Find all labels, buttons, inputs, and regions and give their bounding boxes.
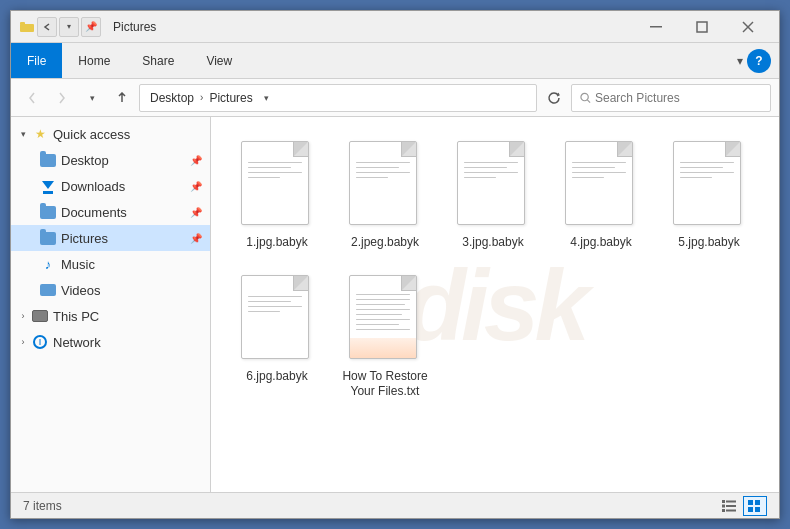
pictures-pin-icon: 📌	[190, 233, 202, 244]
file-icon-4	[565, 141, 637, 229]
quick-toolbar-dropdown[interactable]: ▾	[59, 17, 79, 37]
svg-rect-10	[722, 509, 725, 512]
minimize-button[interactable]	[633, 11, 679, 43]
svg-line-7	[587, 99, 590, 102]
sidebar-item-pictures[interactable]: Pictures 📌	[11, 225, 210, 251]
svg-rect-12	[726, 505, 736, 507]
svg-rect-15	[755, 500, 760, 505]
path-segment-pictures[interactable]: Pictures	[207, 90, 254, 106]
downloads-icon	[39, 178, 57, 194]
view-buttons[interactable]	[717, 496, 767, 516]
search-box[interactable]	[571, 84, 771, 112]
network-icon	[31, 334, 49, 350]
close-button[interactable]	[725, 11, 771, 43]
sidebar-network-label: Network	[53, 335, 202, 350]
music-icon: ♪	[39, 256, 57, 272]
address-bar: ▾ Desktop document.currentScript.previou…	[11, 79, 779, 117]
svg-rect-8	[722, 500, 725, 503]
up-button[interactable]	[109, 85, 135, 111]
desktop-pin-icon: 📌	[190, 155, 202, 166]
sidebar-videos-label: Videos	[61, 283, 202, 298]
desktop-folder-icon	[39, 152, 57, 168]
file-name-7: How To RestoreYour Files.txt	[342, 369, 427, 400]
sidebar-item-documents[interactable]: Documents 📌	[11, 199, 210, 225]
ribbon: File Home Share View ▾ ?	[11, 43, 779, 79]
tab-file[interactable]: File	[11, 43, 62, 78]
quick-toolbar[interactable]: ▾ 📌	[19, 17, 101, 37]
file-item[interactable]: 4.jpg.babyk	[551, 133, 651, 259]
item-count: 7 items	[23, 499, 717, 513]
file-item[interactable]: 5.jpg.babyk	[659, 133, 759, 259]
file-item[interactable]: How To RestoreYour Files.txt	[335, 267, 435, 408]
window-controls[interactable]	[633, 11, 771, 43]
file-name-3: 3.jpg.babyk	[462, 235, 523, 251]
forward-button[interactable]	[49, 85, 75, 111]
tab-share[interactable]: Share	[126, 43, 190, 78]
quick-access-expand-icon[interactable]: ▾	[15, 126, 31, 142]
search-input[interactable]	[595, 91, 762, 105]
file-icon-1	[241, 141, 313, 229]
thispc-expand-icon[interactable]: ›	[15, 308, 31, 324]
svg-rect-14	[748, 500, 753, 505]
list-view-button[interactable]	[717, 496, 741, 516]
sidebar-item-desktop[interactable]: Desktop 📌	[11, 147, 210, 173]
quick-access-star-icon: ★	[31, 126, 49, 142]
content-area: disk 1.jpg.babyk	[211, 117, 779, 492]
path-arrow-1: ›	[200, 92, 203, 103]
quick-toolbar-back[interactable]	[37, 17, 57, 37]
documents-pin-icon: 📌	[190, 207, 202, 218]
tab-view[interactable]: View	[190, 43, 248, 78]
sidebar-item-downloads[interactable]: Downloads 📌	[11, 173, 210, 199]
large-icons-view-button[interactable]	[743, 496, 767, 516]
file-item[interactable]: 1.jpg.babyk	[227, 133, 327, 259]
sidebar-desktop-label: Desktop	[61, 153, 188, 168]
path-dropdown-icon[interactable]: ▾	[259, 90, 275, 106]
refresh-button[interactable]	[541, 85, 567, 111]
sidebar-documents-label: Documents	[61, 205, 188, 220]
dropdown-recent-button[interactable]: ▾	[79, 85, 105, 111]
videos-icon	[39, 282, 57, 298]
file-item[interactable]: 2.jpeg.babyk	[335, 133, 435, 259]
svg-rect-2	[650, 26, 662, 28]
status-bar: 7 items	[11, 492, 779, 518]
window-icon: ▾ 📌	[19, 17, 105, 37]
sidebar-downloads-label: Downloads	[61, 179, 188, 194]
sidebar-item-music[interactable]: ♪ Music	[11, 251, 210, 277]
svg-rect-13	[726, 509, 736, 511]
downloads-pin-icon: 📌	[190, 181, 202, 192]
file-item[interactable]: 6.jpg.babyk	[227, 267, 327, 408]
file-name-4: 4.jpg.babyk	[570, 235, 631, 251]
help-button[interactable]: ?	[747, 49, 771, 73]
svg-rect-11	[726, 500, 736, 502]
file-item[interactable]: 3.jpg.babyk	[443, 133, 543, 259]
network-expand-icon[interactable]: ›	[15, 334, 31, 350]
svg-point-6	[581, 93, 588, 100]
quick-access-label: Quick access	[53, 127, 202, 142]
pictures-folder-icon	[39, 230, 57, 246]
window-title: Pictures	[113, 20, 633, 34]
svg-rect-3	[697, 22, 707, 32]
file-icon-6	[241, 275, 313, 363]
sidebar: ▾ ★ Quick access Desktop 📌	[11, 117, 211, 492]
file-name-5: 5.jpg.babyk	[678, 235, 739, 251]
svg-rect-1	[20, 24, 34, 32]
sidebar-item-thispc[interactable]: › This PC	[11, 303, 210, 329]
tab-home[interactable]: Home	[62, 43, 126, 78]
sidebar-thispc-label: This PC	[53, 309, 202, 324]
sidebar-item-videos[interactable]: Videos	[11, 277, 210, 303]
maximize-button[interactable]	[679, 11, 725, 43]
svg-rect-16	[748, 507, 753, 512]
back-button[interactable]	[19, 85, 45, 111]
file-name-6: 6.jpg.babyk	[246, 369, 307, 385]
search-icon	[580, 92, 591, 104]
file-icon-3	[457, 141, 529, 229]
thispc-icon	[31, 308, 49, 324]
path-segment-thispc[interactable]: Desktop	[148, 90, 196, 106]
file-name-1: 1.jpg.babyk	[246, 235, 307, 251]
sidebar-item-quick-access[interactable]: ▾ ★ Quick access	[11, 121, 210, 147]
ribbon-collapse-btn[interactable]: ▾	[737, 54, 743, 68]
address-path[interactable]: Desktop document.currentScript.previousE…	[139, 84, 537, 112]
sidebar-item-network[interactable]: › Network	[11, 329, 210, 355]
documents-folder-icon	[39, 204, 57, 220]
quick-toolbar-pin[interactable]: 📌	[81, 17, 101, 37]
